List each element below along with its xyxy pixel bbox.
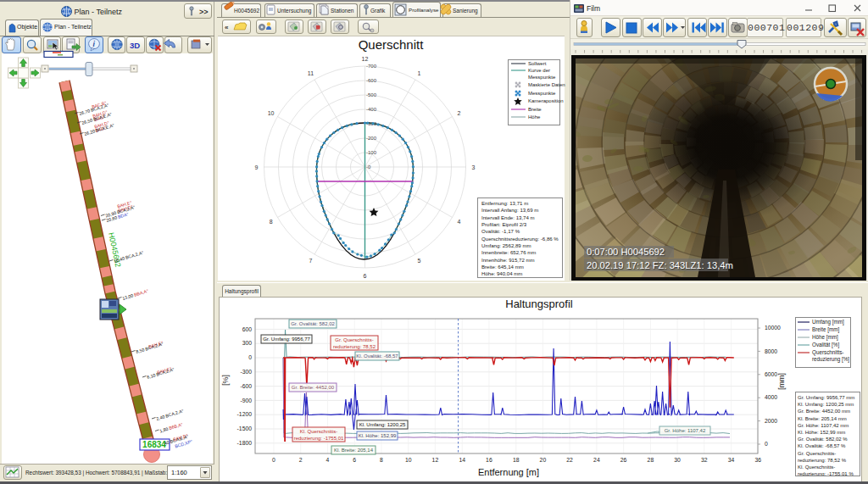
svg-text:Querschnitt: Querschnitt <box>359 37 425 52</box>
svg-text:0: 0 <box>248 354 252 360</box>
svg-text:4000: 4000 <box>765 394 777 400</box>
svg-text:Kl. Ovalität: -68,57: Kl. Ovalität: -68,57 <box>356 353 398 359</box>
svg-text:Maskierte Daten: Maskierte Daten <box>528 82 565 87</box>
svg-text:26: 26 <box>620 457 627 463</box>
svg-text:Kl. Umfang: 1200,25: Kl. Umfang: 1200,25 <box>359 422 406 427</box>
svg-text:28: 28 <box>648 457 654 463</box>
svg-text:6: 6 <box>353 457 356 463</box>
svg-text:5: 5 <box>418 258 421 264</box>
svg-text:Gr. Umfang: 9956,77: Gr. Umfang: 9956,77 <box>263 337 310 342</box>
svg-text:10: 10 <box>405 457 412 463</box>
svg-text:7: 7 <box>309 258 313 264</box>
svg-text:Breite: Breite <box>528 107 542 112</box>
svg-text:Umfang [mm]: Umfang [mm] <box>812 319 844 325</box>
svg-text:10000: 10000 <box>765 325 781 331</box>
svg-text:8000: 8000 <box>765 348 777 354</box>
svg-text:24: 24 <box>593 457 600 463</box>
svg-text:32: 32 <box>701 457 708 463</box>
svg-text:reduzierung: -1755,01: reduzierung: -1755,01 <box>294 436 344 441</box>
svg-text:4: 4 <box>457 219 460 225</box>
svg-text:-1200: -1200 <box>237 411 253 417</box>
svg-text:3D: 3D <box>130 41 140 50</box>
svg-text:9: 9 <box>255 164 259 170</box>
svg-text:36: 36 <box>755 457 762 463</box>
svg-text:Stationen: Stationen <box>331 8 354 14</box>
svg-text:300: 300 <box>242 340 253 346</box>
svg-text:3: 3 <box>472 164 476 170</box>
svg-text:Profilanalyse: Profilanalyse <box>409 7 439 13</box>
svg-text:-500: -500 <box>366 92 377 97</box>
svg-text:>>: >> <box>199 8 209 16</box>
svg-text:Gr. Breite: 4452,00: Gr. Breite: 4452,00 <box>292 385 335 390</box>
svg-text:-600: -600 <box>366 78 377 83</box>
svg-text:Breite [mm]: Breite [mm] <box>812 326 839 333</box>
svg-text:Höhe: Höhe <box>528 114 541 120</box>
svg-text:2000: 2000 <box>765 418 777 424</box>
svg-text:-300: -300 <box>240 369 252 375</box>
svg-text:4: 4 <box>326 457 330 463</box>
svg-text:600: 600 <box>242 326 253 332</box>
svg-text:-200: -200 <box>366 136 377 141</box>
svg-text:reduzierung [%]: reduzierung [%] <box>812 356 849 363</box>
svg-text:-100: -100 <box>366 150 377 155</box>
svg-text:Gr. Ovalität: 582,02: Gr. Ovalität: 582,02 <box>291 321 335 326</box>
svg-text:30: 30 <box>674 457 681 463</box>
svg-text:«: « <box>225 24 229 31</box>
svg-text:-600: -600 <box>240 383 252 389</box>
svg-text:14: 14 <box>459 457 465 463</box>
svg-text:Ovalität [%]: Ovalität [%] <box>812 342 839 348</box>
svg-text:1: 1 <box>418 70 421 76</box>
svg-text:34: 34 <box>728 457 735 463</box>
svg-text:Entfernung [m]: Entfernung [m] <box>478 467 539 477</box>
svg-text:-1800: -1800 <box>237 440 253 446</box>
svg-text:6: 6 <box>364 273 367 279</box>
svg-text:20.02.19 17:12 FZ: 343LZ1: 13,: 20.02.19 17:12 FZ: 343LZ1: 13,4m <box>587 260 733 270</box>
svg-text:Haltungsprofil: Haltungsprofil <box>505 298 573 310</box>
svg-text:Sollwert: Sollwert <box>528 61 547 66</box>
svg-text:0: 0 <box>765 441 768 447</box>
svg-text:-900: -900 <box>240 398 252 403</box>
svg-text:1,80 B6B,A°: 1,80 B6B,A° <box>159 421 184 433</box>
svg-text:[%]: [%] <box>221 375 230 386</box>
svg-text:Kl. Breite: 205,14: Kl. Breite: 205,14 <box>334 448 374 453</box>
svg-text:-700: -700 <box>366 64 377 69</box>
svg-text:11: 11 <box>308 70 314 76</box>
svg-text:Kl. Höhe: 152,99: Kl. Höhe: 152,99 <box>359 433 397 438</box>
svg-text:13,00 BBA,A°: 13,00 BBA,A° <box>122 288 149 301</box>
svg-text:20: 20 <box>540 457 547 463</box>
svg-text:Kl. Querschnitts-: Kl. Querschnitts- <box>300 429 337 434</box>
svg-text:Messpunkte: Messpunkte <box>528 91 556 96</box>
svg-text:Sanierung: Sanierung <box>453 8 478 14</box>
svg-text:6000: 6000 <box>765 371 777 377</box>
svg-text:2: 2 <box>457 110 460 116</box>
svg-text:Kameraposition: Kameraposition <box>528 98 564 103</box>
svg-text:18: 18 <box>513 457 520 463</box>
svg-text:Gr. Querschnitts-: Gr. Querschnitts- <box>335 337 373 342</box>
svg-text:Kurve der: Kurve der <box>528 68 550 73</box>
svg-text:0:07:00 H0045692: 0:07:00 H0045692 <box>587 247 665 257</box>
svg-text:-1500: -1500 <box>237 426 253 431</box>
svg-text:Höhe [mm]: Höhe [mm] <box>812 334 838 341</box>
svg-text:10: 10 <box>268 110 275 116</box>
svg-text:Untersuchung: Untersuchung <box>277 8 312 14</box>
svg-text:Gr. Höhe: 1107,42: Gr. Höhe: 1107,42 <box>665 428 706 433</box>
svg-text:16: 16 <box>486 457 492 463</box>
svg-text:12: 12 <box>432 457 439 463</box>
svg-text:Grafik: Grafik <box>370 8 386 14</box>
svg-text:8: 8 <box>380 457 383 463</box>
svg-text:-0: -0 <box>366 164 371 170</box>
svg-text:8: 8 <box>270 219 273 225</box>
svg-text:Querschnitts-: Querschnitts- <box>812 349 843 356</box>
svg-text:12: 12 <box>362 56 369 62</box>
svg-text:0: 0 <box>272 457 275 463</box>
svg-text:-400: -400 <box>366 107 377 112</box>
svg-text:reduzierung: 78,52: reduzierung: 78,52 <box>333 344 376 349</box>
svg-text:2: 2 <box>299 457 303 463</box>
svg-text:H0045692: H0045692 <box>234 8 259 14</box>
svg-text:Messpunkte: Messpunkte <box>528 75 556 80</box>
svg-text:[mm]: [mm] <box>777 373 786 390</box>
svg-text:2,40 BCA,2,A°: 2,40 BCA,2,A° <box>156 408 185 421</box>
svg-text:22: 22 <box>566 457 573 463</box>
